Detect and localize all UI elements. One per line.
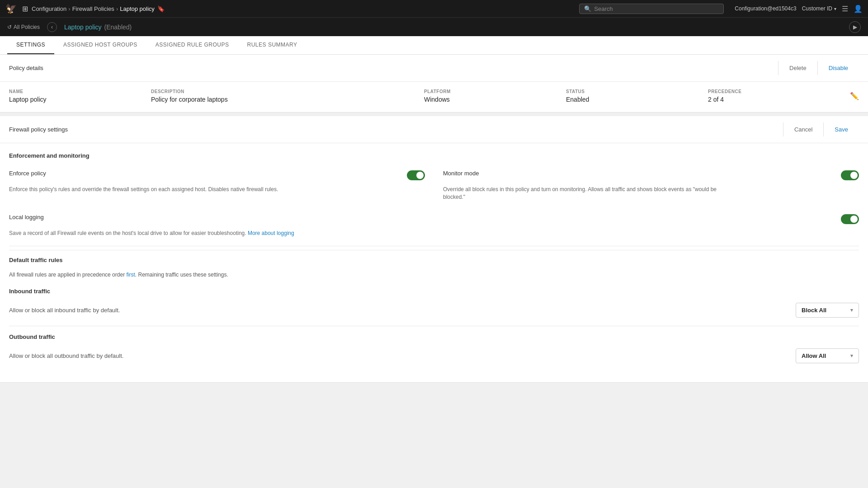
field-status: STATUS Enabled [566,89,708,103]
page-policy-name[interactable]: Laptop policy [64,23,102,31]
breadcrumb-config[interactable]: Configuration [32,5,66,12]
top-navigation: 🦅 ⊞ Configuration › Firewall Policies › … [0,0,868,17]
monitor-mode-label-group: Monitor mode [443,170,841,178]
tab-settings[interactable]: Settings [7,36,54,54]
inbound-traffic-select[interactable]: Block All ▾ [796,303,859,318]
app-logo: 🦅 [5,3,17,14]
customer-id-label: Customer ID [802,5,832,12]
tab-assigned-rule-groups[interactable]: Assigned Rule Groups [146,36,238,54]
local-logging-label-group: Local logging [9,214,841,222]
disable-button[interactable]: Disable [817,61,859,75]
firewall-settings-header: Firewall policy settings Cancel Save [0,116,868,143]
precedence-value: 2 of 4 [708,96,839,103]
nav-back-button[interactable]: ‹ [47,22,57,32]
local-logging-desc-text: Save a record of all Firewall rule event… [9,230,246,236]
firewall-settings-actions: Cancel Save [783,122,859,136]
enforce-policy-knob [416,172,424,179]
monitor-mode-desc: Override all block rules in this policy … [443,186,732,201]
outbound-section: Outbound traffic Allow or block all outb… [9,326,859,368]
firewall-settings-body: Enforcement and monitoring Enforce polic… [0,143,868,382]
name-label: NAME [9,89,140,94]
messages-icon[interactable]: ☰ [842,5,848,13]
enforce-policy-col: Enforce policy Enforce this policy's rul… [9,164,443,201]
description-value: Policy for corporate laptops [151,96,413,103]
enforce-policy-label-group: Enforce policy [9,170,407,178]
page-title-bar: Laptop policy (Enabled) [64,23,132,31]
default-traffic-desc: All firewall rules are applied in preced… [9,267,859,281]
local-logging-row: Local logging [9,208,859,230]
default-traffic-section: Default traffic rules All firewall rules… [9,250,859,375]
tab-assigned-host-groups[interactable]: Assigned Host Groups [54,36,146,54]
all-policies-label: All Policies [14,24,40,30]
main-content: Policy details Delete Disable NAME Lapto… [0,55,868,488]
inbound-traffic-title: Inbound traffic [9,288,859,298]
search-input[interactable] [594,5,719,12]
outbound-traffic-title: Outbound traffic [9,333,859,344]
platform-value: Windows [424,96,555,103]
customer-id-chevron: ▾ [834,6,836,11]
delete-button[interactable]: Delete [778,61,817,75]
local-logging-label: Local logging [9,214,841,221]
more-about-logging-link[interactable]: More about logging [248,230,294,236]
user-icon[interactable]: 👤 [854,5,863,13]
name-value: Laptop policy [9,96,140,103]
field-name: NAME Laptop policy [9,89,151,103]
policy-details-body: NAME Laptop policy DESCRIPTION Policy fo… [0,82,868,112]
monitor-mode-label: Monitor mode [443,170,841,177]
customer-id-selector[interactable]: Customer ID ▾ [802,5,836,12]
monitor-mode-toggle[interactable] [841,170,859,180]
status-value: Enabled [566,96,697,103]
policy-details-title: Policy details [9,65,778,71]
enforce-policy-row: Enforce policy [9,164,425,186]
search-icon: 🔍 [584,5,591,12]
topnav-right: Configuration@ed1504c3 Customer ID ▾ ☰ 👤 [735,5,863,13]
highlight-first: first [126,272,135,278]
field-description: DESCRIPTION Policy for corporate laptops [151,89,424,103]
tab-bar: Settings Assigned Host Groups Assigned R… [0,36,868,55]
firewall-settings-title: Firewall policy settings [9,126,783,133]
enforcement-toggles: Enforce policy Enforce this policy's rul… [9,164,859,201]
breadcrumb: Configuration › Firewall Policies › Lapt… [32,5,165,12]
inbound-traffic-value: Block All [802,307,826,314]
tab-rules-summary[interactable]: Rules Summary [238,36,307,54]
firewall-settings-card: Firewall policy settings Cancel Save Enf… [0,116,868,383]
play-button[interactable]: ▶ [849,21,861,33]
inbound-select-chevron: ▾ [850,307,853,313]
outbound-traffic-row: Allow or block all outbound traffic by d… [9,344,859,368]
monitor-mode-row: Monitor mode [443,164,859,186]
local-logging-knob [850,216,858,223]
edit-policy-icon[interactable]: ✏️ [850,92,859,100]
inbound-traffic-row: Allow or block all inbound traffic by de… [9,298,859,322]
page-policy-status: (Enabled) [104,23,132,31]
grid-icon[interactable]: ⊞ [22,5,28,13]
enforce-policy-desc: Enforce this policy's rules and override… [9,186,298,193]
outbound-traffic-label: Allow or block all outbound traffic by d… [9,352,796,359]
search-bar[interactable]: 🔍 [579,4,724,14]
field-platform: PLATFORM Windows [424,89,566,103]
local-logging-toggle[interactable] [841,214,859,224]
platform-label: PLATFORM [424,89,555,94]
monitor-mode-knob [850,172,858,179]
outbound-traffic-value: Allow All [802,352,826,359]
local-logging-desc: Save a record of all Firewall rule event… [9,230,298,237]
back-arrow-icon: ↺ [7,24,12,30]
inbound-section: Inbound traffic Allow or block all inbou… [9,281,859,322]
divider-1 [9,246,859,246]
bookmark-icon[interactable]: 🔖 [157,5,165,12]
policy-details-card: Policy details Delete Disable NAME Lapto… [0,55,868,113]
default-traffic-title: Default traffic rules [9,250,859,267]
breadcrumb-current: Laptop policy [120,5,155,12]
enforce-policy-label: Enforce policy [9,170,407,177]
enforcement-title: Enforcement and monitoring [9,152,859,159]
status-label: STATUS [566,89,697,94]
all-policies-link[interactable]: ↺ All Policies [7,24,40,30]
policy-details-actions: Delete Disable [778,61,859,75]
cancel-button[interactable]: Cancel [783,122,823,136]
breadcrumb-firewall[interactable]: Firewall Policies [72,5,114,12]
outbound-traffic-select[interactable]: Allow All ▾ [796,348,859,363]
outbound-select-chevron: ▾ [850,353,853,359]
secondary-navigation: ↺ All Policies ‹ Laptop policy (Enabled)… [0,17,868,36]
save-button[interactable]: Save [823,122,859,136]
field-precedence: PRECEDENCE 2 of 4 [708,89,850,103]
enforce-policy-toggle[interactable] [407,170,425,180]
